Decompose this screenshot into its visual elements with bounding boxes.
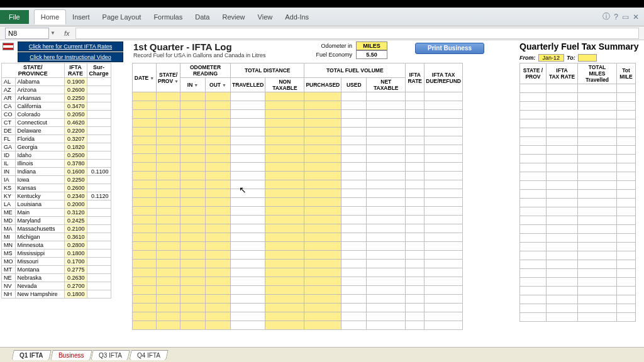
state-row[interactable]: ILIllinois0.3780 <box>2 160 111 168</box>
question-icon[interactable]: ? <box>614 13 618 21</box>
state-row[interactable]: MNMinnesota0.2800 <box>2 241 111 250</box>
state-row[interactable]: KYKentucky0.23400.1120 <box>2 192 111 200</box>
fuel-economy-value[interactable]: 5.50 <box>356 50 387 59</box>
print-business-button[interactable]: Print Business <box>415 43 484 54</box>
log-row[interactable] <box>133 136 463 145</box>
state-row[interactable]: MTMontana0.2775 <box>2 266 111 274</box>
state-row[interactable]: KSKansas0.2600 <box>2 184 111 192</box>
hdr-in[interactable]: IN▼ <box>180 78 206 92</box>
summary-row[interactable] <box>520 234 636 243</box>
window-close-icon[interactable]: ✕ <box>633 13 639 21</box>
log-row[interactable] <box>133 128 463 136</box>
state-row[interactable]: COColorado0.2050 <box>2 111 111 119</box>
namebox-dropdown-icon[interactable]: ▼ <box>50 30 55 36</box>
summary-row[interactable] <box>520 155 636 163</box>
ribbon-tab-home[interactable]: Home <box>34 9 66 25</box>
hdr-date[interactable]: DATE▼ <box>133 63 157 92</box>
log-row[interactable] <box>133 92 463 101</box>
summary-row[interactable] <box>520 269 636 278</box>
summary-row[interactable] <box>520 84 636 93</box>
state-row[interactable]: ALAlabama0.1900 <box>2 78 111 86</box>
summary-row[interactable] <box>520 119 636 128</box>
name-box[interactable] <box>5 28 49 39</box>
state-row[interactable]: FLFlorida0.3207 <box>2 135 111 143</box>
ribbon-tab-addins[interactable]: Add-Ins <box>279 10 315 24</box>
summary-row[interactable] <box>520 111 636 119</box>
state-row[interactable]: MOMissouri0.1700 <box>2 258 111 266</box>
log-row[interactable] <box>133 242 463 251</box>
summary-row[interactable] <box>520 260 636 269</box>
sheet-tab-q4[interactable]: Q4 IFTA <box>130 350 169 360</box>
state-row[interactable]: MSMississippi0.1800 <box>2 250 111 258</box>
state-row[interactable]: NENebraska0.2630 <box>2 274 111 282</box>
log-row[interactable] <box>133 207 463 216</box>
log-row[interactable] <box>133 101 463 110</box>
log-row[interactable] <box>133 224 463 233</box>
state-row[interactable]: AZArizona0.2600 <box>2 86 111 94</box>
ribbon-tab-insert[interactable]: Insert <box>66 10 96 24</box>
state-row[interactable]: MAMassachusetts0.2100 <box>2 225 111 233</box>
summary-row[interactable] <box>520 216 636 225</box>
log-row[interactable] <box>133 295 463 304</box>
summary-row[interactable] <box>520 181 636 190</box>
state-row[interactable]: DEDelaware0.2200 <box>2 127 111 135</box>
worksheet[interactable]: Click here for Current IFTA Rates Click … <box>0 40 644 347</box>
summary-row[interactable] <box>520 146 636 155</box>
log-row[interactable] <box>133 251 463 260</box>
odometer-unit[interactable]: MILES <box>356 41 387 50</box>
log-row[interactable] <box>133 233 463 242</box>
log-row[interactable] <box>133 154 463 163</box>
ribbon-tab-view[interactable]: View <box>252 10 279 24</box>
hdr-state-prov[interactable]: STATE/ PROV▼ <box>157 63 180 92</box>
summary-row[interactable] <box>520 137 636 146</box>
log-row[interactable] <box>133 172 463 180</box>
log-row[interactable] <box>133 198 463 207</box>
summary-row[interactable] <box>520 304 636 313</box>
sheet-tab-q3[interactable]: Q3 IFTA <box>91 350 130 360</box>
ribbon-tab-review[interactable]: Review <box>216 10 251 24</box>
formula-input[interactable] <box>75 28 639 39</box>
state-row[interactable]: INIndiana0.16000.1100 <box>2 168 111 176</box>
log-row[interactable] <box>133 163 463 172</box>
summary-row[interactable] <box>520 243 636 251</box>
summary-row[interactable] <box>520 199 636 207</box>
log-row[interactable] <box>133 268 463 277</box>
summary-row[interactable] <box>520 295 636 304</box>
log-row[interactable] <box>133 180 463 189</box>
log-row[interactable] <box>133 260 463 268</box>
log-row[interactable] <box>133 189 463 198</box>
link-instructional-video[interactable]: Click here for Instructional Video <box>18 52 123 62</box>
log-row[interactable] <box>133 321 463 330</box>
log-row[interactable] <box>133 110 463 119</box>
summary-row[interactable] <box>520 207 636 216</box>
link-ifta-rates[interactable]: Click here for Current IFTA Rates <box>18 41 123 52</box>
log-row[interactable] <box>133 312 463 321</box>
state-row[interactable]: IDIdaho0.2500 <box>2 151 111 160</box>
state-row[interactable]: ARArkansas0.2250 <box>2 94 111 102</box>
ribbon-tab-data[interactable]: Data <box>189 10 216 24</box>
summary-row[interactable] <box>520 278 636 287</box>
window-min-icon[interactable]: ▭ <box>622 13 629 21</box>
state-row[interactable]: MDMaryland0.2425 <box>2 217 111 225</box>
log-row[interactable] <box>133 216 463 224</box>
help-icon[interactable]: ⓘ <box>602 11 610 22</box>
summary-row[interactable] <box>520 190 636 199</box>
log-row[interactable] <box>133 277 463 286</box>
state-row[interactable]: MEMain0.3120 <box>2 209 111 217</box>
log-row[interactable] <box>133 304 463 312</box>
log-row[interactable] <box>133 145 463 154</box>
sheet-tab-q1[interactable]: Q1 IFTA <box>11 350 51 360</box>
summary-row[interactable] <box>520 128 636 137</box>
summary-row[interactable] <box>520 102 636 111</box>
to-value[interactable] <box>578 54 597 62</box>
state-row[interactable]: LALouisiana0.2000 <box>2 200 111 209</box>
summary-row[interactable] <box>520 287 636 295</box>
state-row[interactable]: CACalifornia0.3470 <box>2 102 111 111</box>
sheet-tab-business[interactable]: Business <box>50 350 92 360</box>
ribbon-tab-formulas[interactable]: Formulas <box>147 10 189 24</box>
ribbon-tab-page-layout[interactable]: Page Layout <box>96 10 148 24</box>
summary-row[interactable] <box>520 93 636 102</box>
summary-row[interactable] <box>520 251 636 260</box>
log-row[interactable] <box>133 119 463 128</box>
state-row[interactable]: NHNew Hampshire0.1800 <box>2 290 111 299</box>
